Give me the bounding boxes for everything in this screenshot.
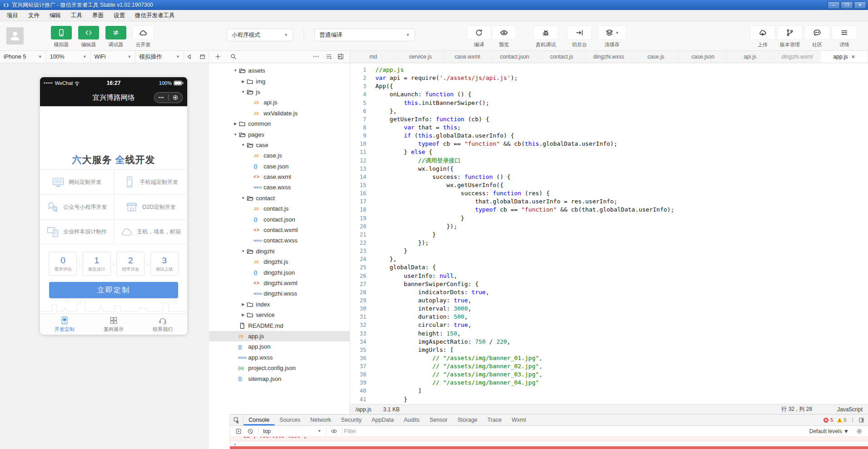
inspect-element-icon[interactable] [230,414,244,425]
version-button[interactable] [778,26,802,39]
preview-button[interactable] [492,26,516,39]
log-level-select[interactable]: Default levels ▼ [809,428,849,434]
clear-cache-button[interactable]: ▼ [599,26,626,39]
console-tab-network[interactable]: Network [305,414,336,425]
tree-item-dingzhi[interactable]: ▼dingzhi [209,246,349,257]
mode-select[interactable]: 小程序模式 ▼ [227,29,293,41]
tree-item-pages[interactable]: ▼pages [209,129,349,139]
tree-item-contact.wxml[interactable]: <>contact.wxml [209,225,349,235]
wechat-capsule[interactable]: ••• [154,92,183,103]
console-tab-security[interactable]: Security [336,414,367,425]
menu-项目[interactable]: 项目 [2,10,23,21]
console-tab-trace[interactable]: Trace [483,414,507,425]
clear-console-icon[interactable] [247,428,254,434]
sim-action-select[interactable]: 模拟操作▼ [135,51,184,63]
service-item[interactable]: O2O定制开发 [114,195,188,219]
console-error-row[interactable]: 22 | .service-list { [230,437,868,441]
cta-button[interactable]: 立即定制 [49,282,178,298]
scale-select[interactable]: 100%▼ [46,51,91,63]
menu-编辑[interactable]: 编辑 [45,10,66,21]
search-icon[interactable] [230,53,237,60]
console-filter-input[interactable] [344,428,809,434]
tree-item-dingzhi.json[interactable]: {}dingzhi.json [209,267,349,277]
tree-item-common[interactable]: ▶common [209,118,349,129]
service-item[interactable]: 网站定制开发 [40,170,114,194]
tree-item-assets[interactable]: ▼assets [209,65,349,76]
community-button[interactable] [805,26,829,39]
console-tab-storage[interactable]: Storage [453,414,483,425]
gear-icon[interactable] [856,428,863,434]
caret-right-icon[interactable]: ▶ [240,302,246,306]
tree-item-dingzhi.wxml[interactable]: <>dingzhi.wxml [209,278,349,288]
code-editor[interactable]: 1//app.js2var api = require('./assets/js… [350,63,868,404]
outline-icon[interactable] [325,53,332,60]
tree-item-dingzhi.wxss[interactable]: wxssdingzhi.wxss [209,288,349,299]
console-tab-appdata[interactable]: AppData [367,414,399,425]
more-options-icon[interactable] [313,53,319,60]
cloud-dev-button[interactable] [133,26,154,39]
tree-item-contact.wxss[interactable]: wxsscontact.wxss [209,235,349,246]
compile-mode-select[interactable]: 普通编译 ▼ [314,29,415,41]
debugger-button[interactable] [105,26,126,39]
menu-微信开发者工具[interactable]: 微信开发者工具 [130,10,180,21]
console-tab-sources[interactable]: Sources [274,414,305,425]
phone-tab-案例展示[interactable]: 案例展示 [89,314,138,335]
tree-item-app.wxss[interactable]: wxssapp.wxss [209,352,349,363]
tree-item-app.json[interactable]: {}app.json [209,341,349,352]
warning-counter[interactable]: 5 [837,417,847,423]
tree-item-case.wxss[interactable]: wxsscase.wxss [209,182,349,192]
network-select[interactable]: WiFi▼ [91,51,136,63]
editor-button[interactable] [78,26,99,39]
tab-contact.js[interactable]: contact.js [539,51,586,63]
menu-文件[interactable]: 文件 [23,10,45,21]
menu-界面[interactable]: 界面 [87,10,109,21]
tree-item-case.js[interactable]: JScase.js [209,150,349,161]
tree-item-app.js[interactable]: JSapp.js [209,331,349,341]
caret-right-icon[interactable]: ▶ [240,79,246,84]
tab-app.js[interactable]: app.js✕ [821,51,868,63]
context-select[interactable]: top ▼ [260,428,324,434]
phone-tab-开发定制[interactable]: 开发定制 [40,314,89,335]
caret-right-icon[interactable]: ▶ [233,122,238,126]
tab-api.js[interactable]: api.js [727,51,774,63]
console-tab-audits[interactable]: Audits [399,414,424,425]
caret-down-icon[interactable]: ▼ [240,249,246,253]
error-counter[interactable]: 5 [823,417,833,423]
split-editor-icon[interactable] [337,53,344,60]
console-prompt[interactable]: › [230,441,868,446]
service-item[interactable]: 企业样本设计制作 [40,220,114,244]
eval-context-icon[interactable] [235,428,242,434]
live-expression-eye-icon[interactable] [331,428,337,434]
service-item[interactable]: 手机端定制开发 [114,170,188,194]
compile-button[interactable] [467,26,491,39]
service-item[interactable]: 主机，域名，邮箱 [114,220,188,244]
background-button[interactable] [568,26,591,39]
tab-dingzhi.wxml[interactable]: dingzhi.wxml [774,51,821,63]
tree-item-sitemap.json[interactable]: {}sitemap.json [209,373,349,384]
tree-item-img[interactable]: ▶img [209,76,349,86]
tree-item-contact.json[interactable]: {}contact.json [209,214,349,224]
tab-service.js[interactable]: service.js [397,51,444,63]
caret-right-icon[interactable]: ▶ [240,313,246,317]
menu-设置[interactable]: 设置 [109,10,130,21]
tab-case.js[interactable]: case.js [633,51,680,63]
tree-item-case[interactable]: ▼case [209,140,349,150]
language-mode[interactable]: JavaScript [837,406,863,413]
tree-item-index[interactable]: ▶index [209,299,349,310]
caret-down-icon[interactable]: ▼ [240,196,246,200]
close-tab-icon[interactable]: ✕ [851,54,855,60]
tree-item-dingzhi.js[interactable]: JSdingzhi.js [209,257,349,267]
tree-item-wxValidate.js[interactable]: JSwxValidate.js [209,108,349,118]
tab-md[interactable]: md [350,51,397,63]
capsule-more-icon[interactable]: ••• [155,95,168,100]
caret-down-icon[interactable]: ▼ [233,69,238,73]
caret-down-icon[interactable]: ▼ [240,143,246,147]
console-tab-sensor[interactable]: Sensor [424,414,453,425]
service-item[interactable]: 公众号小程序开发 [40,195,114,219]
console-tab-wxml[interactable]: Wxml [507,414,531,425]
maximize-icon[interactable]: ❐ [841,1,853,9]
tab-case.wxml[interactable]: case.wxml [444,51,491,63]
tab-dingzhi.wxss[interactable]: dingzhi.wxss [585,51,633,63]
tree-item-api.js[interactable]: JSapi.js [209,97,349,108]
capsule-exit-icon[interactable] [172,94,179,101]
